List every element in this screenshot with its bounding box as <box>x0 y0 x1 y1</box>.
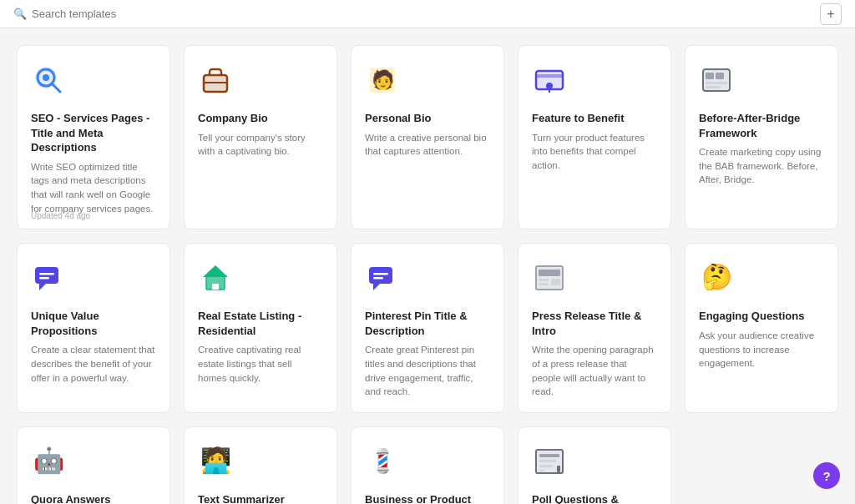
card-title-press-release: Press Release Title & Intro <box>532 309 657 338</box>
search-input[interactable] <box>32 8 199 20</box>
card-title-pinterest: Pinterest Pin Title & Description <box>365 309 490 338</box>
card-icon-feature-benefit <box>532 63 657 103</box>
search-area: 🔍 <box>13 8 199 20</box>
card-title-seo-services: SEO - Services Pages - Title and Meta De… <box>31 111 156 155</box>
svg-marker-24 <box>203 265 228 277</box>
card-title-business-name: Business or Product Name <box>365 492 490 504</box>
card-desc-engaging-questions: Ask your audience creative questions to … <box>699 329 824 370</box>
card-desc-bab-framework: Create marketing copy using the BAB fram… <box>699 145 824 187</box>
card-title-poll-questions: Poll Questions & Multiple Choice Answers <box>532 492 657 504</box>
template-card-feature-benefit[interactable]: Feature to Benefit Turn your product fea… <box>518 45 671 229</box>
card-icon-pinterest <box>365 260 490 300</box>
header: 🔍 + <box>0 0 855 28</box>
card-updated-seo-services: Updated 4d ago <box>31 211 90 220</box>
card-icon-real-estate <box>198 260 323 300</box>
svg-rect-36 <box>539 283 549 285</box>
template-grid: SEO - Services Pages - Title and Meta De… <box>0 28 855 504</box>
add-template-button[interactable]: + <box>820 3 842 25</box>
svg-rect-34 <box>539 270 560 276</box>
template-card-poll-questions[interactable]: Poll Questions & Multiple Choice Answers… <box>518 426 671 504</box>
template-card-real-estate[interactable]: Real Estate Listing - Residential Creati… <box>184 243 337 413</box>
card-icon-unique-value <box>31 260 156 300</box>
card-icon-business-name: 💈 <box>365 444 490 484</box>
card-title-bab-framework: Before-After-Bridge Framework <box>699 111 824 140</box>
card-desc-personal-bio: Write a creative personal bio that captu… <box>365 131 490 159</box>
svg-line-2 <box>53 84 60 92</box>
template-card-engaging-questions[interactable]: 🤔 Engaging Questions Ask your audience c… <box>685 243 838 413</box>
svg-rect-31 <box>373 277 383 280</box>
svg-text:🧑: 🧑 <box>372 68 395 91</box>
card-title-real-estate: Real Estate Listing - Residential <box>198 309 323 338</box>
template-card-quora[interactable]: 🤖 Quora Answers Intelligent answers for … <box>17 426 170 504</box>
card-icon-personal-bio: 🧑 <box>365 63 490 103</box>
card-title-company-bio: Company Bio <box>198 111 323 126</box>
card-icon-quora: 🤖 <box>31 444 156 484</box>
search-icon: 🔍 <box>13 8 27 20</box>
card-desc-feature-benefit: Turn your product features into benefits… <box>532 131 657 173</box>
template-card-text-summarizer[interactable]: 🧑‍💻 Text Summarizer Get the key point fr… <box>184 426 337 504</box>
template-card-company-bio[interactable]: Company Bio Tell your company's story wi… <box>184 45 337 229</box>
svg-rect-23 <box>39 277 49 280</box>
template-card-bab-framework[interactable]: Before-After-Bridge Framework Create mar… <box>685 45 838 229</box>
svg-text:🤔: 🤔 <box>701 262 733 292</box>
card-icon-bab-framework <box>699 63 824 103</box>
card-icon-poll-questions <box>532 444 657 484</box>
svg-marker-21 <box>39 284 46 290</box>
svg-point-12 <box>546 83 553 89</box>
svg-rect-18 <box>706 82 727 84</box>
svg-rect-22 <box>39 273 54 275</box>
template-card-seo-services[interactable]: SEO - Services Pages - Title and Meta De… <box>17 45 170 229</box>
svg-rect-11 <box>536 74 563 78</box>
template-card-unique-value[interactable]: Unique Value Propositions Create a clear… <box>17 243 170 413</box>
card-icon-text-summarizer: 🧑‍💻 <box>198 444 323 484</box>
template-card-press-release[interactable]: Press Release Title & Intro Write the op… <box>518 243 671 413</box>
card-icon-company-bio <box>198 63 323 103</box>
card-title-text-summarizer: Text Summarizer <box>198 492 323 504</box>
svg-rect-45 <box>539 460 556 462</box>
svg-rect-37 <box>551 279 560 285</box>
svg-rect-19 <box>706 86 721 88</box>
svg-rect-48 <box>557 466 560 472</box>
template-card-pinterest[interactable]: Pinterest Pin Title & Description Create… <box>351 243 504 413</box>
card-desc-unique-value: Create a clear statement that describes … <box>31 343 156 385</box>
card-title-feature-benefit: Feature to Benefit <box>532 111 657 126</box>
svg-rect-28 <box>369 267 392 284</box>
card-desc-press-release: Write the opening paragraph of a press r… <box>532 343 657 399</box>
card-title-personal-bio: Personal Bio <box>365 111 490 126</box>
card-desc-seo-services: Write SEO optimized title tags and meta … <box>31 160 156 216</box>
svg-point-3 <box>43 74 49 81</box>
card-title-quora: Quora Answers <box>31 492 156 504</box>
card-icon-press-release <box>532 260 657 300</box>
svg-rect-30 <box>373 273 388 275</box>
svg-rect-46 <box>539 465 553 467</box>
svg-rect-16 <box>706 73 714 79</box>
svg-rect-47 <box>539 470 544 471</box>
svg-rect-27 <box>212 284 219 290</box>
svg-marker-29 <box>373 284 380 290</box>
svg-rect-35 <box>539 279 549 281</box>
card-desc-pinterest: Create great Pinterest pin titles and de… <box>365 343 490 399</box>
card-desc-real-estate: Creative captivating real estate listing… <box>198 343 323 385</box>
svg-rect-44 <box>539 454 559 457</box>
svg-text:💈: 💈 <box>368 447 397 475</box>
svg-rect-17 <box>716 73 724 79</box>
card-icon-engaging-questions: 🤔 <box>699 260 824 300</box>
help-button[interactable]: ? <box>813 462 840 489</box>
template-card-personal-bio[interactable]: 🧑 Personal Bio Write a creative personal… <box>351 45 504 229</box>
card-title-engaging-questions: Engaging Questions <box>699 309 824 324</box>
card-desc-company-bio: Tell your company's story with a captiva… <box>198 131 323 159</box>
card-title-unique-value: Unique Value Propositions <box>31 309 156 338</box>
svg-text:🧑‍💻: 🧑‍💻 <box>200 446 232 476</box>
svg-rect-20 <box>35 267 58 284</box>
card-icon-seo-services <box>31 63 156 103</box>
svg-text:🤖: 🤖 <box>33 446 65 476</box>
template-card-business-name[interactable]: 💈 Business or Product Name Generate a wi… <box>351 426 504 504</box>
